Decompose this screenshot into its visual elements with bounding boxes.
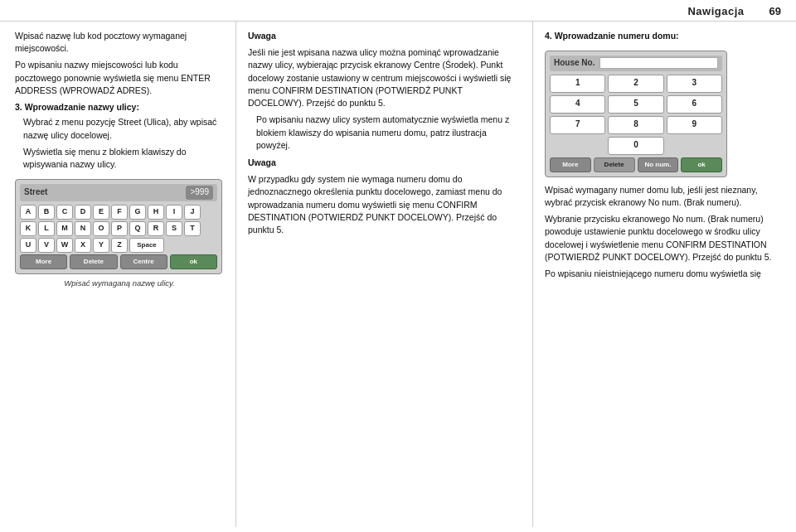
kb-row1: A B C D E F G H I J	[20, 205, 217, 220]
np-top-bar: House No.	[550, 56, 722, 71]
kb-key-s[interactable]: S	[166, 221, 182, 236]
kb-row2: K L M N O P Q R S T	[20, 221, 217, 236]
kb-key-m[interactable]: M	[56, 221, 73, 236]
keyboard-caption: Wpisać wymaganą nazwę ulicy.	[15, 278, 224, 289]
kb-key-q[interactable]: Q	[129, 221, 146, 236]
kb-counter: >999	[186, 186, 213, 200]
page-header: Nawigacja 69	[0, 0, 796, 22]
right-para3: Po wpisaniu nieistniejącego numeru domu …	[545, 268, 784, 280]
kb-top-bar: Street >999	[20, 184, 217, 201]
kb-more-button[interactable]: More	[20, 254, 67, 269]
note1-text: Jeśli nie jest wpisana nazwa ulicy można…	[248, 46, 521, 109]
keyboard-widget: Street >999 A B C D E F G H I J K L M N …	[15, 179, 222, 274]
kb-delete-button[interactable]: Delete	[70, 254, 117, 269]
col-mid: Uwaga Jeśli nie jest wpisana nazwa ulicy…	[236, 22, 533, 527]
kb-bottom-row: More Delete Centre ok	[20, 254, 217, 269]
main-content: Wpisać nazwę lub kod pocztowy wymaganej …	[0, 22, 796, 527]
step3-p1: Wybrać z menu pozycję Street (Ulica), ab…	[15, 116, 224, 141]
kb-key-i[interactable]: I	[166, 205, 182, 220]
np-key-3[interactable]: 3	[667, 75, 722, 93]
kb-key-space[interactable]: Space	[129, 238, 164, 253]
kb-key-d[interactable]: D	[75, 205, 91, 220]
np-more-button[interactable]: More	[550, 157, 591, 172]
kb-key-g[interactable]: G	[129, 205, 146, 220]
kb-key-n[interactable]: N	[75, 221, 91, 236]
left-para2: Po wpisaniu nazwy miejscowości lub kodu …	[15, 59, 224, 97]
np-key-1[interactable]: 1	[550, 75, 605, 93]
np-key-0[interactable]: 0	[608, 137, 663, 155]
left-para1: Wpisać nazwę lub kod pocztowy wymaganej …	[15, 30, 224, 55]
np-key-6[interactable]: 6	[667, 95, 722, 114]
kb-centre-button[interactable]: Centre	[120, 254, 167, 269]
kb-key-v[interactable]: V	[38, 238, 55, 253]
page-title: Nawigacja	[687, 5, 744, 17]
kb-key-k[interactable]: K	[20, 221, 36, 236]
numpad-widget: House No. 1 2 3 4 5 6 7 8 9 0 More Delet…	[545, 51, 727, 177]
kb-key-w[interactable]: W	[56, 238, 73, 253]
np-key-8[interactable]: 8	[608, 116, 663, 134]
note2-label: Uwaga	[248, 157, 521, 169]
kb-key-l[interactable]: L	[38, 221, 55, 236]
np-key-7[interactable]: 7	[550, 116, 605, 134]
col-right: 4. Wprowadzanie numeru domu: House No. 1…	[533, 22, 796, 527]
kb-key-y[interactable]: Y	[93, 238, 109, 253]
kb-key-b[interactable]: B	[38, 205, 55, 220]
col-left: Wpisać nazwę lub kod pocztowy wymaganej …	[0, 22, 236, 527]
kb-key-x[interactable]: X	[75, 238, 91, 253]
note1-label: Uwaga	[248, 30, 521, 42]
kb-row3: U V W X Y Z Space	[20, 238, 217, 253]
step3-heading: 3. Wprowadzanie nazwy ulicy:	[15, 101, 224, 114]
step4-heading: 4. Wprowadzanie numeru domu:	[545, 30, 679, 42]
np-nonum-button[interactable]: No num.	[638, 157, 679, 172]
note2-text: W przypadku gdy system nie wymaga numeru…	[248, 173, 521, 236]
kb-key-z[interactable]: Z	[111, 238, 128, 253]
np-bottom-row: More Delete No num. ok	[550, 157, 722, 172]
kb-key-p[interactable]: P	[111, 221, 128, 236]
np-keys-grid: 1 2 3 4 5 6 7 8 9 0	[550, 75, 722, 155]
kb-key-f[interactable]: F	[111, 205, 128, 220]
kb-key-a[interactable]: A	[20, 205, 36, 220]
np-label: House No.	[554, 57, 595, 70]
kb-key-h[interactable]: H	[148, 205, 164, 220]
np-key-4[interactable]: 4	[550, 95, 605, 114]
kb-key-e[interactable]: E	[93, 205, 109, 220]
np-key-2[interactable]: 2	[608, 75, 663, 93]
np-delete-button[interactable]: Delete	[594, 157, 635, 172]
kb-street-label: Street	[24, 186, 47, 199]
np-ok-button[interactable]: ok	[681, 157, 722, 172]
np-key-9[interactable]: 9	[667, 116, 722, 134]
kb-key-u[interactable]: U	[20, 238, 36, 253]
step4-heading-wrapper: 4. Wprowadzanie numeru domu:	[545, 30, 784, 42]
kb-key-j[interactable]: J	[184, 205, 201, 220]
right-para1: Wpisać wymagany numer domu lub, jeśli je…	[545, 184, 784, 209]
right-para2: Wybranie przycisku ekranowego No num. (B…	[545, 213, 784, 264]
para-after: Po wpisaniu nazwy ulicy system automatyc…	[248, 114, 521, 152]
page-number: 69	[769, 5, 781, 17]
np-input-box[interactable]	[599, 57, 718, 69]
kb-ok-button[interactable]: ok	[170, 254, 217, 269]
kb-key-t[interactable]: T	[184, 221, 201, 236]
kb-key-r[interactable]: R	[148, 221, 164, 236]
kb-key-c[interactable]: C	[56, 205, 73, 220]
step3-p2: Wyświetla się menu z blokiem klawiszy do…	[15, 146, 224, 171]
np-key-5[interactable]: 5	[608, 95, 663, 114]
kb-key-o[interactable]: O	[93, 221, 109, 236]
